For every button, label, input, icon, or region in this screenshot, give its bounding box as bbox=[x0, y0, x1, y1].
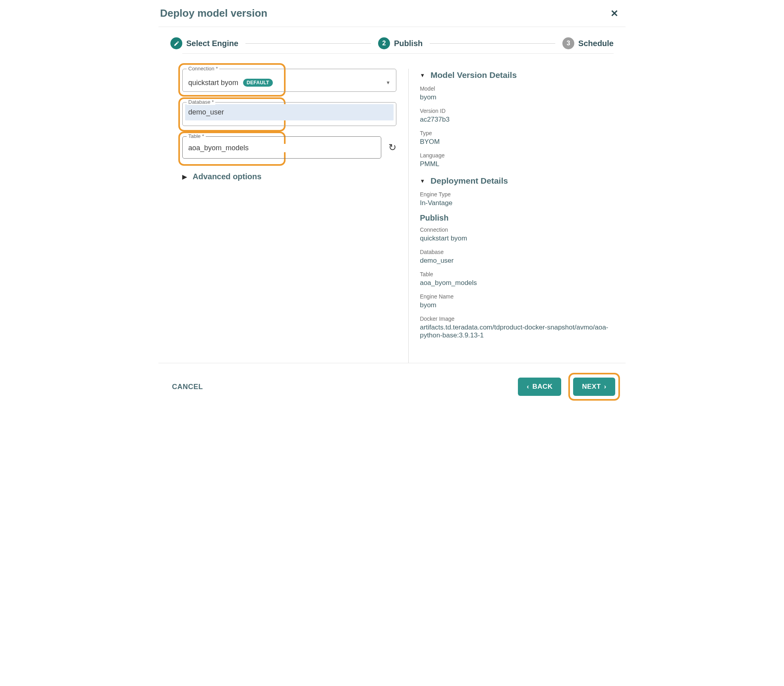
stepper: Select Engine 2 Publish 3 Schedule bbox=[158, 27, 626, 53]
value-table: aoa_byom_models bbox=[420, 279, 614, 287]
pencil-icon bbox=[170, 37, 182, 49]
value-conn: quickstart byom bbox=[420, 234, 614, 242]
value-language: PMML bbox=[420, 160, 614, 168]
section-title: Model Version Details bbox=[431, 70, 517, 80]
step-label: Publish bbox=[394, 39, 423, 48]
label-db: Database bbox=[420, 249, 614, 255]
label-engine-name: Engine Name bbox=[420, 293, 614, 300]
label-engine-type: Engine Type bbox=[420, 191, 614, 198]
database-field: Database * bbox=[182, 102, 396, 126]
field-label: Database * bbox=[187, 99, 215, 105]
value-type: BYOM bbox=[420, 138, 614, 146]
section-deployment[interactable]: ▼ Deployment Details bbox=[420, 176, 614, 186]
step-line bbox=[245, 43, 371, 44]
label-docker: Docker Image bbox=[420, 316, 614, 322]
page-title: Deploy model version bbox=[160, 7, 267, 19]
value-engine-name: byom bbox=[420, 301, 614, 309]
chevron-down-icon: ▼ bbox=[420, 178, 425, 184]
label-model: Model bbox=[420, 85, 614, 92]
step-schedule[interactable]: 3 Schedule bbox=[562, 37, 614, 49]
section-model-version[interactable]: ▼ Model Version Details bbox=[420, 70, 614, 80]
step-publish[interactable]: 2 Publish bbox=[378, 37, 423, 49]
step-line bbox=[430, 43, 555, 44]
label-table: Table bbox=[420, 271, 614, 277]
close-icon[interactable]: ✕ bbox=[607, 8, 622, 19]
advanced-label: Advanced options bbox=[193, 172, 261, 181]
label-version: Version ID bbox=[420, 108, 614, 114]
back-label: BACK bbox=[532, 383, 552, 391]
chevron-down-icon: ▼ bbox=[386, 80, 390, 85]
divider bbox=[182, 53, 614, 54]
advanced-options-toggle[interactable]: ▶ Advanced options bbox=[182, 172, 396, 181]
step-label: Schedule bbox=[578, 39, 614, 48]
label-conn: Connection bbox=[420, 227, 614, 233]
step-select-engine[interactable]: Select Engine bbox=[170, 37, 238, 49]
cancel-button[interactable]: CANCEL bbox=[172, 383, 203, 391]
value-version: ac2737b3 bbox=[420, 116, 614, 124]
next-label: NEXT bbox=[582, 383, 601, 391]
next-button[interactable]: NEXT › bbox=[573, 378, 615, 396]
chevron-down-icon: ▼ bbox=[420, 72, 425, 78]
field-label: Table * bbox=[187, 133, 206, 139]
publish-heading: Publish bbox=[420, 213, 614, 223]
step-label: Select Engine bbox=[186, 39, 238, 48]
label-language: Language bbox=[420, 152, 614, 159]
table-input[interactable] bbox=[188, 144, 375, 152]
step-number: 3 bbox=[562, 37, 574, 49]
value-model: byom bbox=[420, 93, 614, 101]
database-input[interactable] bbox=[185, 104, 394, 120]
highlight-box: NEXT › bbox=[568, 373, 620, 401]
refresh-icon[interactable]: ↻ bbox=[388, 142, 396, 153]
default-badge: DEFAULT bbox=[243, 79, 273, 87]
step-number: 2 bbox=[378, 37, 390, 49]
chevron-right-icon: ▶ bbox=[182, 173, 187, 180]
connection-value: quickstart byom bbox=[188, 79, 238, 87]
field-label: Connection * bbox=[187, 66, 219, 72]
table-field: Table * bbox=[182, 136, 381, 159]
section-title: Deployment Details bbox=[431, 176, 508, 186]
value-db: demo_user bbox=[420, 257, 614, 265]
chevron-left-icon: ‹ bbox=[527, 383, 529, 391]
value-docker: artifacts.td.teradata.com/tdproduct-dock… bbox=[420, 324, 614, 339]
chevron-right-icon: › bbox=[604, 383, 606, 391]
label-type: Type bbox=[420, 130, 614, 136]
connection-select[interactable]: Connection * quickstart byom DEFAULT ▼ bbox=[182, 69, 396, 92]
back-button[interactable]: ‹ BACK bbox=[518, 378, 561, 396]
value-engine-type: In-Vantage bbox=[420, 199, 614, 207]
